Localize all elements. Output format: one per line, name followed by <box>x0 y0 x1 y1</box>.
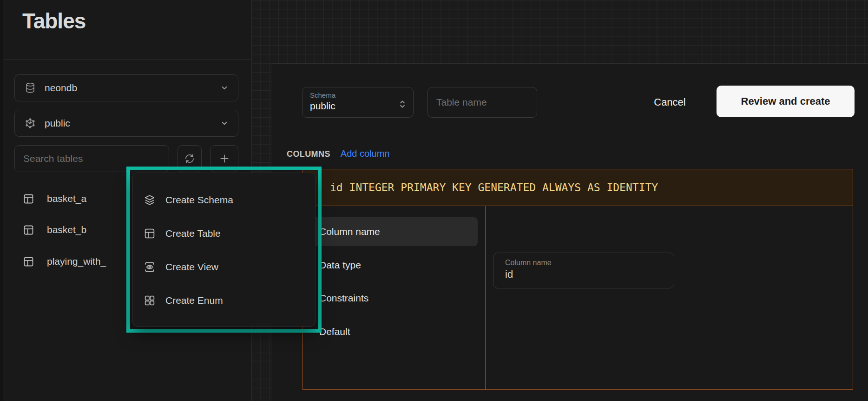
table-list-item[interactable]: basket_b <box>22 218 86 241</box>
chevron-up-down-icon <box>398 99 407 109</box>
table-icon <box>22 193 35 205</box>
schema-select[interactable]: public <box>14 110 238 137</box>
table-name: playing_with_ <box>47 256 106 267</box>
menu-item-label: Create View <box>165 261 218 273</box>
review-and-create-button[interactable]: Review and create <box>717 86 855 117</box>
table-name: basket_a <box>47 193 86 204</box>
column-name-field-label: Column name <box>505 258 674 268</box>
column-name-field[interactable]: Column name id <box>493 253 674 288</box>
column-name-field-value: id <box>505 268 674 281</box>
table-list-item[interactable]: basket_a <box>22 187 86 210</box>
column-sql-row[interactable]: id INTEGER PRIMARY KEY GENERATED ALWAYS … <box>303 169 853 206</box>
column-properties-list: Column name Data type Constraints Defaul… <box>303 206 485 389</box>
chevron-down-icon <box>220 84 229 92</box>
plus-icon <box>218 153 230 165</box>
prop-row-label: Data type <box>319 260 361 271</box>
menu-item-create-view[interactable]: Create View <box>133 250 315 284</box>
table-list-item[interactable]: playing_with_ <box>22 250 106 273</box>
prop-row-label: Column name <box>319 226 380 237</box>
menu-item-label: Create Enum <box>165 295 223 306</box>
prop-row-constraints[interactable]: Constraints <box>308 284 478 313</box>
layers-icon <box>143 194 156 207</box>
schema-field-label: Schema <box>310 91 398 100</box>
schema-select-value: public <box>45 118 70 129</box>
prop-row-data-type[interactable]: Data type <box>308 251 478 280</box>
database-icon <box>24 82 36 94</box>
column-sql-text: id INTEGER PRIMARY KEY GENERATED ALWAYS … <box>330 181 658 194</box>
database-select[interactable]: neondb <box>14 74 238 101</box>
table-icon <box>22 255 35 268</box>
add-column-link[interactable]: Add column <box>341 148 390 159</box>
view-icon <box>143 261 156 274</box>
grid-icon <box>143 294 156 307</box>
refresh-icon <box>184 153 195 164</box>
cancel-button[interactable]: Cancel <box>641 87 699 118</box>
schema-icon <box>24 117 36 129</box>
menu-item-create-enum[interactable]: Create Enum <box>133 284 315 317</box>
schema-field-value: public <box>310 100 398 112</box>
highlight-frame: Create Schema Create Table Create View <box>126 167 322 333</box>
table-name: basket_b <box>47 224 86 235</box>
prop-row-default[interactable]: Default <box>308 317 478 346</box>
sidebar-divider <box>3 59 251 60</box>
menu-item-label: Create Schema <box>165 194 233 206</box>
table-icon <box>22 224 35 236</box>
prop-row-column-name[interactable]: Column name <box>308 217 478 246</box>
column-editor-container: id INTEGER PRIMARY KEY GENERATED ALWAYS … <box>302 169 853 390</box>
table-name-input[interactable] <box>427 87 537 118</box>
create-table-panel: Schema public Cancel Review and create C… <box>271 63 868 401</box>
database-select-value: neondb <box>45 82 77 94</box>
chevron-down-icon <box>220 119 229 127</box>
page-title: Tables <box>22 8 85 33</box>
table-icon <box>143 227 156 240</box>
menu-item-create-table[interactable]: Create Table <box>133 217 315 250</box>
column-editor-body: Column name Data type Constraints Defaul… <box>303 206 853 389</box>
menu-item-create-schema[interactable]: Create Schema <box>133 183 315 217</box>
schema-field-select[interactable]: Schema public <box>302 87 414 118</box>
prop-row-label: Default <box>319 326 350 337</box>
column-property-detail: Column name id <box>485 206 853 389</box>
prop-row-label: Constraints <box>319 293 368 304</box>
columns-header-row: COLUMNS Add column <box>287 148 389 159</box>
menu-item-label: Create Table <box>165 228 221 239</box>
create-dropdown-menu: Create Schema Create Table Create View <box>132 173 316 327</box>
columns-section-label: COLUMNS <box>287 149 330 159</box>
